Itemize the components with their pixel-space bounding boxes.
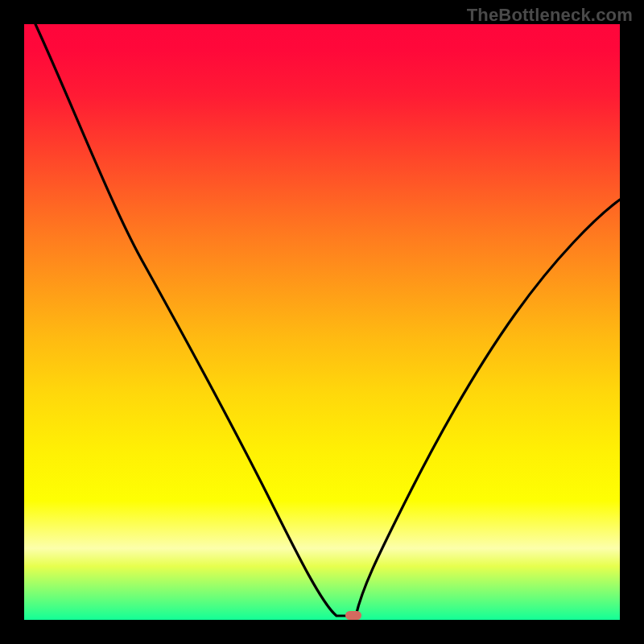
attribution-watermark: TheBottleneck.com	[467, 5, 633, 26]
bottleneck-curve	[24, 24, 620, 620]
curve-path	[35, 24, 620, 616]
chart-frame: TheBottleneck.com	[0, 0, 644, 644]
optimum-marker	[345, 611, 361, 620]
